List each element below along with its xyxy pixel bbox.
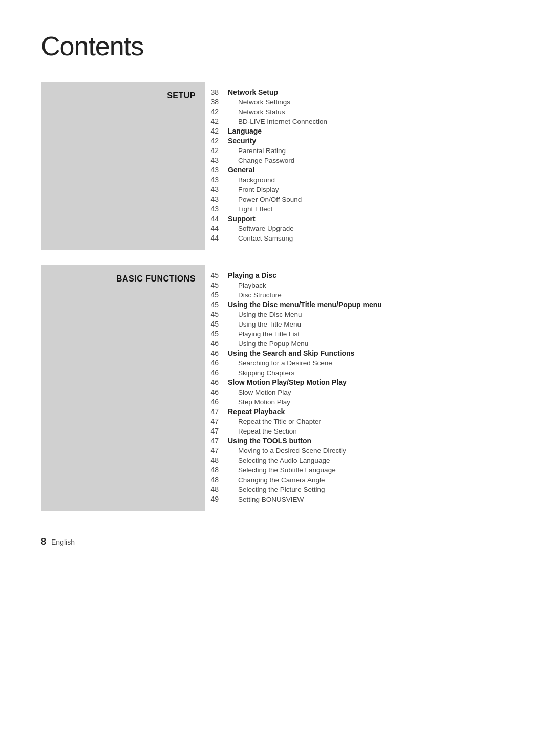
toc-page-number: 46 bbox=[205, 388, 228, 396]
section-content-setup: 38Network Setup38Network Settings42Netwo… bbox=[205, 82, 512, 250]
toc-page-number: 43 bbox=[205, 156, 228, 164]
toc-page-number: 45 bbox=[205, 271, 228, 279]
section-label-basic-functions: BASIC FUNCTIONS bbox=[116, 274, 196, 284]
toc-entry: 45Playback bbox=[205, 281, 512, 289]
toc-title: BD-LIVE Internet Connection bbox=[228, 118, 327, 125]
toc-title: Setting BONUSVIEW bbox=[228, 495, 304, 503]
toc-entry: 42Network Status bbox=[205, 107, 512, 116]
toc-entry: 46Step Motion Play bbox=[205, 398, 512, 406]
footer: 8 English bbox=[41, 531, 512, 547]
toc-entry: 47Moving to a Desired Scene Directly bbox=[205, 446, 512, 455]
toc-title: Parental Rating bbox=[228, 147, 286, 155]
toc-entry: 47Repeat the Section bbox=[205, 427, 512, 435]
footer-page-number: 8 bbox=[41, 536, 46, 547]
toc-entry: 45Using the Disc Menu bbox=[205, 310, 512, 318]
toc-title: Using the Search and Skip Functions bbox=[228, 349, 354, 357]
toc-page-number: 47 bbox=[205, 417, 228, 425]
toc-entry: 38Network Setup bbox=[205, 88, 512, 96]
toc-title: Using the Popup Menu bbox=[228, 340, 308, 348]
toc-title: Background bbox=[228, 176, 275, 184]
toc-entry: 45Playing the Title List bbox=[205, 330, 512, 338]
toc-title: Using the Disc Menu bbox=[228, 311, 302, 318]
toc-page-number: 45 bbox=[205, 281, 228, 289]
toc-title: Front Display bbox=[228, 186, 279, 193]
toc-page-number: 44 bbox=[205, 234, 228, 242]
toc-page-number: 47 bbox=[205, 437, 228, 445]
toc-page-number: 43 bbox=[205, 176, 228, 184]
toc-title: Skipping Chapters bbox=[228, 369, 294, 377]
toc-entry: 43General bbox=[205, 166, 512, 174]
toc-title: Security bbox=[228, 137, 256, 145]
section-basic-functions: BASIC FUNCTIONS45Playing a Disc45Playbac… bbox=[41, 265, 512, 511]
footer-language: English bbox=[51, 538, 75, 546]
toc-entry: 43Change Password bbox=[205, 156, 512, 164]
toc-title: Step Motion Play bbox=[228, 398, 290, 406]
toc-title: Repeat the Section bbox=[228, 427, 297, 435]
toc-page-number: 48 bbox=[205, 456, 228, 464]
toc-page-number: 49 bbox=[205, 495, 228, 503]
toc-title: Selecting the Audio Language bbox=[228, 457, 330, 464]
toc-entry: 43Light Effect bbox=[205, 205, 512, 213]
toc-entry: 43Power On/Off Sound bbox=[205, 195, 512, 203]
toc-title: Searching for a Desired Scene bbox=[228, 359, 332, 367]
toc-page-number: 48 bbox=[205, 476, 228, 484]
toc-page-number: 45 bbox=[205, 330, 228, 338]
toc-entry: 49Setting BONUSVIEW bbox=[205, 495, 512, 503]
toc-container: SETUP38Network Setup38Network Settings42… bbox=[41, 82, 512, 511]
toc-title: Language bbox=[228, 127, 262, 135]
toc-page-number: 43 bbox=[205, 166, 228, 174]
toc-title: Network Setup bbox=[228, 88, 278, 96]
toc-title: Playing the Title List bbox=[228, 330, 300, 338]
toc-page-number: 42 bbox=[205, 146, 228, 155]
toc-page-number: 42 bbox=[205, 107, 228, 116]
toc-entry: 46Slow Motion Play bbox=[205, 388, 512, 396]
toc-entry: 42Language bbox=[205, 127, 512, 135]
toc-entry: 38Network Settings bbox=[205, 98, 512, 106]
toc-entry: 45Using the Title Menu bbox=[205, 320, 512, 328]
toc-page-number: 42 bbox=[205, 137, 228, 145]
toc-title: Using the Title Menu bbox=[228, 320, 301, 328]
toc-entry: 48Selecting the Subtitle Language bbox=[205, 466, 512, 474]
toc-entry: 44Support bbox=[205, 214, 512, 223]
toc-title: Playing a Disc bbox=[228, 271, 276, 279]
toc-page-number: 45 bbox=[205, 300, 228, 309]
toc-title: Slow Motion Play bbox=[228, 388, 291, 396]
toc-title: Light Effect bbox=[228, 205, 272, 213]
toc-entry: 45Using the Disc menu/Title menu/Popup m… bbox=[205, 300, 512, 309]
toc-title: Selecting the Subtitle Language bbox=[228, 466, 336, 474]
toc-page-number: 38 bbox=[205, 88, 228, 96]
toc-title: Changing the Camera Angle bbox=[228, 476, 325, 484]
toc-title: Repeat Playback bbox=[228, 407, 285, 416]
toc-title: Support bbox=[228, 214, 256, 223]
toc-entry: 42BD-LIVE Internet Connection bbox=[205, 117, 512, 125]
toc-page-number: 48 bbox=[205, 466, 228, 474]
toc-entry: 46Slow Motion Play/Step Motion Play bbox=[205, 378, 512, 386]
toc-entry: 47Using the TOOLS button bbox=[205, 437, 512, 445]
toc-title: Contact Samsung bbox=[228, 234, 293, 242]
toc-entry: 48Selecting the Audio Language bbox=[205, 456, 512, 464]
toc-page-number: 46 bbox=[205, 359, 228, 367]
toc-page-number: 43 bbox=[205, 185, 228, 193]
toc-page-number: 38 bbox=[205, 98, 228, 106]
toc-page-number: 43 bbox=[205, 205, 228, 213]
toc-entry: 44Contact Samsung bbox=[205, 234, 512, 242]
toc-page-number: 44 bbox=[205, 214, 228, 223]
toc-entry: 43Background bbox=[205, 176, 512, 184]
toc-title: Software Upgrade bbox=[228, 225, 294, 232]
toc-title: Playback bbox=[228, 282, 266, 289]
toc-entry: 47Repeat the Title or Chapter bbox=[205, 417, 512, 425]
toc-page-number: 46 bbox=[205, 398, 228, 406]
toc-title: Moving to a Desired Scene Directly bbox=[228, 447, 346, 455]
section-content-basic-functions: 45Playing a Disc45Playback45Disc Structu… bbox=[205, 265, 512, 511]
toc-page-number: 46 bbox=[205, 349, 228, 357]
toc-entry: 43Front Display bbox=[205, 185, 512, 193]
toc-page-number: 43 bbox=[205, 195, 228, 203]
toc-page-number: 46 bbox=[205, 378, 228, 386]
toc-entry: 47Repeat Playback bbox=[205, 407, 512, 416]
toc-title: Network Settings bbox=[228, 98, 290, 106]
section-label-setup: SETUP bbox=[167, 91, 196, 100]
toc-title: Network Status bbox=[228, 108, 285, 116]
toc-entry: 45Playing a Disc bbox=[205, 271, 512, 279]
toc-entry: 48Changing the Camera Angle bbox=[205, 476, 512, 484]
toc-page-number: 48 bbox=[205, 485, 228, 493]
